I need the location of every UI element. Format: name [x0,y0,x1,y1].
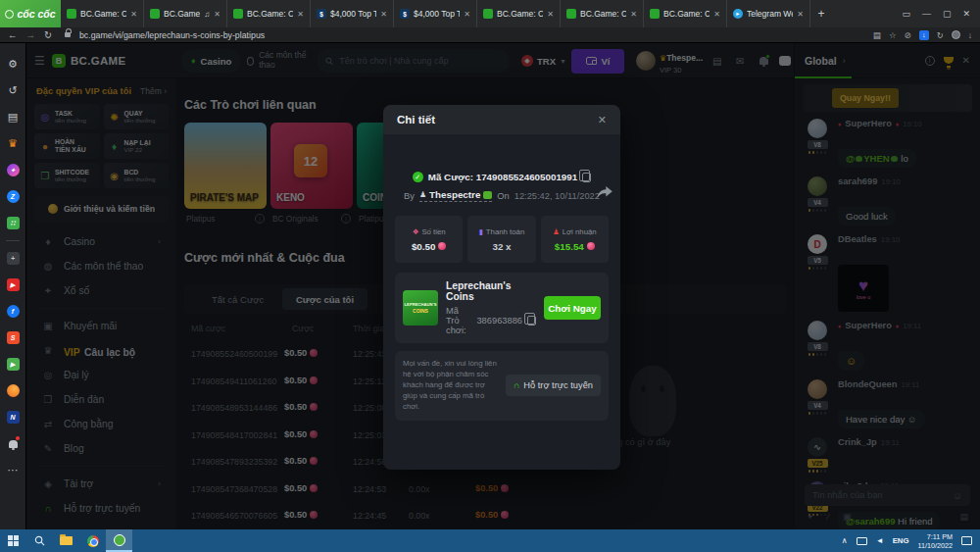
user-link[interactable]: ♟Thespectre [419,189,492,202]
messenger-icon[interactable]: ✦ [7,164,20,176]
downloads-icon[interactable]: ↓ [968,30,972,40]
promo-favicon: $ [400,9,410,19]
bcgame-favicon [483,9,493,19]
tab-close-icon[interactable]: ✕ [797,10,804,19]
coccoc-taskbar-icon[interactable] [106,529,132,552]
forward-icon[interactable]: → [26,29,36,40]
rail-more-icon[interactable]: ⋯ [0,457,25,483]
notification-badge [16,436,20,440]
windows-taskbar: ∧ ◄ ENG 7:11 PM11/10/2022 [0,529,980,552]
sync-icon[interactable]: ↻ [937,30,944,40]
bet-id-row: ✓ Mã Cược: 1749085524605001991 [395,172,609,182]
zalo-icon[interactable]: Z [7,190,20,203]
bet-datetime: 12:25:42, 10/11/2022 [514,191,600,201]
copy-icon[interactable] [527,316,536,326]
facebook-icon[interactable]: f [7,305,20,318]
address-bar-icons: ▤ ☆ ⊘ ↓ ↻ ↓ [873,30,972,40]
start-button[interactable] [0,529,26,552]
coccoc-logo[interactable]: cốc cốc [0,0,61,27]
settings-gear-icon[interactable]: ⚙ [0,51,25,77]
close-window-button[interactable]: ✕ [962,9,970,19]
tab-close-icon[interactable]: ✕ [464,10,470,19]
youtube-icon[interactable]: ▶ [7,278,20,291]
action-center-icon[interactable] [961,536,972,545]
window-controls: ▭ — ▢ ✕ [892,0,980,27]
bet-details-modal: Chi tiết ✕ ✓ Mã Cược: 174908552460500199… [383,105,620,470]
telegram-favicon: ▸ [733,9,743,19]
history-icon[interactable]: ↺ [0,77,25,104]
tab-close-icon[interactable]: ✕ [297,10,304,19]
system-tray: ∧ ◄ ENG 7:11 PM11/10/2022 [842,532,980,550]
browser-tab[interactable]: ▸Telegram Web✕ [727,0,810,27]
new-tab-button[interactable]: + [810,0,832,27]
browser-tab[interactable]: $$4,000 Top Tier F✕ [311,0,394,27]
download-extension-icon[interactable]: ↓ [919,30,929,40]
browser-tab[interactable]: BC.Game: Crypto✕ [644,0,727,27]
tray-expand-icon[interactable]: ∧ [842,536,848,545]
frog-badge-icon [483,191,492,199]
game-name: Leprechaun's Coins [446,280,536,302]
game-thumbnail[interactable]: LEPRECHAUN'SCOINS [403,290,438,326]
maximize-button[interactable]: ▢ [943,9,952,19]
reading-list-icon[interactable]: ▤ [0,104,25,130]
adblock-icon[interactable]: ⊘ [905,30,911,40]
support-box: Mọi vấn đề, xin vui lòng liên hệ với bộ … [395,351,609,421]
gem-icon [438,242,446,250]
notifications-bell-icon[interactable] [9,440,18,448]
tab-close-icon[interactable]: ✕ [380,10,387,19]
taskbar-search-icon[interactable] [26,529,53,552]
chrome-icon[interactable] [79,529,106,552]
green-app-icon[interactable]: ▶ [7,358,20,371]
bcgame-favicon [150,9,160,19]
game-info-box: LEPRECHAUN'SCOINS Leprechaun's Coins Mã … [395,273,609,343]
modal-header: Chi tiết ✕ [383,105,620,134]
lock-icon [65,32,71,37]
tab-audio-icon[interactable]: ♫ [204,10,210,19]
play-now-button[interactable]: Chơi Ngay [544,296,601,320]
tab-close-icon[interactable]: ✕ [130,10,137,19]
copy-icon[interactable] [582,173,591,182]
bet-id-value: 1749085524605001991 [476,172,578,182]
network-icon[interactable] [857,537,867,545]
gem-icon [587,242,595,250]
browser-tab[interactable]: BC.Game: Crypto✕ [561,0,644,27]
user-bust-icon: ♟ [419,190,426,199]
bcgame-favicon [67,9,76,19]
modal-close-icon[interactable]: ✕ [598,114,607,126]
vip-crown-icon[interactable]: ♛ [0,130,25,157]
browser-tab[interactable]: $$4,000 Top Tier F✕ [394,0,477,27]
tab-close-icon[interactable]: ✕ [214,10,220,19]
coccoc-side-rail: ⚙ ↺ ▤ ♛ ✦ Z ∷ + ▶ f S ▶ N ⋯ [0,43,26,529]
browser-tab[interactable]: BC.Game: Crypto✕ [61,0,144,27]
blue-app-icon[interactable]: N [7,411,20,424]
browser-tab[interactable]: BC.Game: Cry♫✕ [144,0,227,27]
url-text[interactable]: bc.game/vi/game/leprechaun-s-coins-by-pl… [79,30,265,40]
bookmark-star-icon[interactable]: ☆ [889,30,897,40]
games-gamepad-icon[interactable]: ∷ [7,217,20,229]
share-icon[interactable] [597,185,612,203]
support-text: Mọi vấn đề, xin vui lòng liên hệ với bộ … [403,359,498,413]
browser-tab[interactable]: BC.Game: Crypto✕ [477,0,561,27]
reload-icon[interactable]: ↻ [44,29,52,40]
add-shortcut-icon[interactable]: + [7,252,20,265]
language-indicator[interactable]: ENG [893,536,909,545]
save-page-icon[interactable]: ▤ [873,30,881,40]
profile-icon[interactable] [952,30,960,39]
file-explorer-icon[interactable] [53,529,79,552]
tab-close-icon[interactable]: ✕ [547,10,554,19]
tab-close-icon[interactable]: ✕ [630,10,637,19]
tab-search-icon[interactable]: ▭ [902,9,910,19]
browser-tab[interactable]: BC.Game: Crypto✕ [227,0,311,27]
back-icon[interactable]: ← [8,29,18,40]
shopee-icon[interactable]: S [7,331,20,344]
game-id-label: Mã Trò chơi: [446,306,471,335]
bet-stats: ❖Số tiền$0.50 ▮Thanh toán32 x ♟Lợi nhuận… [395,216,609,263]
amount-icon: ❖ [413,227,419,236]
taskbar-clock[interactable]: 7:11 PM11/10/2022 [918,532,953,550]
game-id-value: 386963886 [476,316,522,326]
tab-close-icon[interactable]: ✕ [713,10,720,19]
volume-icon[interactable]: ◄ [876,536,884,545]
live-support-button[interactable]: ∩Hỗ trợ trực tuyến [506,375,601,396]
fruit-app-icon[interactable] [7,384,20,397]
minimize-button[interactable]: — [922,9,931,19]
